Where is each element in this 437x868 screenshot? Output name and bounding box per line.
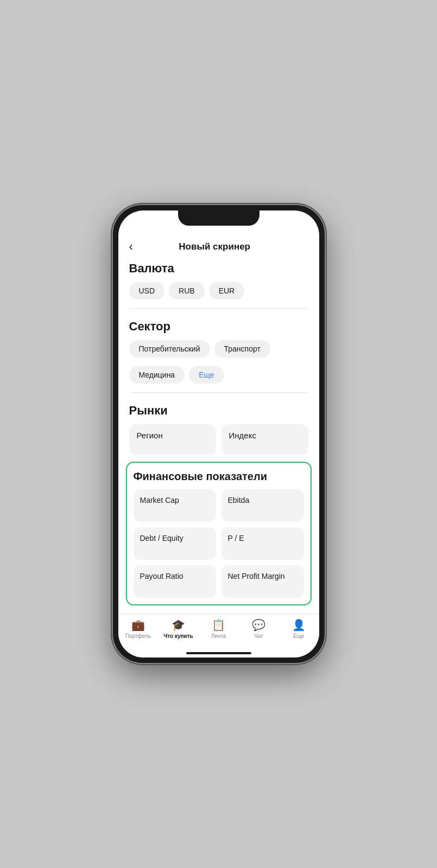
fin-card-ebitda[interactable]: Ebitda bbox=[221, 489, 304, 522]
market-card-index[interactable]: Индекс bbox=[221, 424, 308, 455]
sector-chip-consumer[interactable]: Потребительский bbox=[129, 340, 210, 358]
nav-item-portfolio[interactable]: 💼 Портфель bbox=[123, 618, 153, 639]
page-title: Новый скринер bbox=[133, 241, 296, 252]
notch bbox=[178, 210, 259, 226]
divider-1 bbox=[129, 308, 308, 309]
nav-label-chat: Чат bbox=[254, 633, 263, 639]
sector-chips-row: Потребительский Транспорт bbox=[129, 340, 308, 358]
sector-chip-more[interactable]: Еще bbox=[189, 366, 224, 384]
currency-chip-rub[interactable]: RUB bbox=[169, 282, 205, 299]
sector-section: Сектор Потребительский Транспорт Медицин… bbox=[118, 315, 319, 384]
financial-section: Финансовые показатели Market Cap Ebitda … bbox=[126, 462, 312, 605]
sector-section-title: Сектор bbox=[129, 320, 308, 334]
market-card-region[interactable]: Регион bbox=[129, 424, 216, 455]
markets-section-title: Рынки bbox=[129, 404, 308, 418]
phone-screen: ‹ Новый скринер Валюта USD RUB EUR Секто… bbox=[118, 210, 319, 658]
nav-label-feed: Лента bbox=[211, 633, 226, 639]
currency-chip-eur[interactable]: EUR bbox=[209, 282, 245, 299]
nav-item-chat[interactable]: 💬 Чат bbox=[244, 618, 274, 639]
nav-label-buy: Что купить bbox=[163, 633, 193, 639]
sector-chip-transport[interactable]: Транспорт bbox=[214, 340, 270, 358]
currency-chip-usd[interactable]: USD bbox=[129, 282, 165, 299]
screen-content: ‹ Новый скринер Валюта USD RUB EUR Секто… bbox=[118, 210, 319, 614]
nav-item-feed[interactable]: 📋 Лента bbox=[204, 618, 233, 639]
markets-section: Рынки Регион Индекс bbox=[118, 399, 319, 455]
more-icon: 👤 bbox=[292, 618, 306, 631]
divider-2 bbox=[129, 392, 308, 393]
feed-icon: 📋 bbox=[212, 618, 225, 631]
nav-item-buy[interactable]: 🎓 Что купить bbox=[163, 618, 193, 639]
bottom-nav: 💼 Портфель 🎓 Что купить 📋 Лента 💬 Чат 👤 … bbox=[118, 614, 319, 650]
portfolio-icon: 💼 bbox=[131, 618, 145, 631]
currency-section: Валюта USD RUB EUR bbox=[118, 257, 319, 299]
nav-item-more[interactable]: 👤 Еще bbox=[284, 618, 314, 639]
fin-card-payout-ratio[interactable]: Payout Ratio bbox=[134, 565, 216, 598]
nav-label-portfolio: Портфель bbox=[125, 633, 151, 639]
home-indicator bbox=[186, 652, 251, 654]
sector-chip-medicine[interactable]: Медицина bbox=[129, 366, 185, 384]
nav-label-more: Еще bbox=[293, 633, 304, 639]
fin-card-market-cap[interactable]: Market Cap bbox=[134, 489, 216, 522]
financial-cards-grid: Market Cap Ebitda Debt / Equity P / E Pa… bbox=[134, 489, 304, 598]
markets-cards-row: Регион Индекс bbox=[129, 424, 308, 455]
fin-card-debt-equity[interactable]: Debt / Equity bbox=[134, 527, 216, 560]
phone-frame: ‹ Новый скринер Валюта USD RUB EUR Секто… bbox=[113, 205, 325, 663]
header: ‹ Новый скринер bbox=[118, 234, 319, 257]
financial-section-title: Финансовые показатели bbox=[134, 470, 304, 483]
sector-chips-row-2: Медицина Еще bbox=[129, 366, 308, 384]
chat-icon: 💬 bbox=[252, 618, 265, 631]
buy-icon: 🎓 bbox=[172, 618, 185, 631]
currency-section-title: Валюта bbox=[129, 261, 308, 276]
back-button[interactable]: ‹ bbox=[129, 241, 133, 253]
fin-card-pe[interactable]: P / E bbox=[221, 527, 304, 560]
currency-chips-row: USD RUB EUR bbox=[129, 282, 308, 299]
fin-card-net-profit-margin[interactable]: Net Profit Margin bbox=[221, 565, 304, 598]
